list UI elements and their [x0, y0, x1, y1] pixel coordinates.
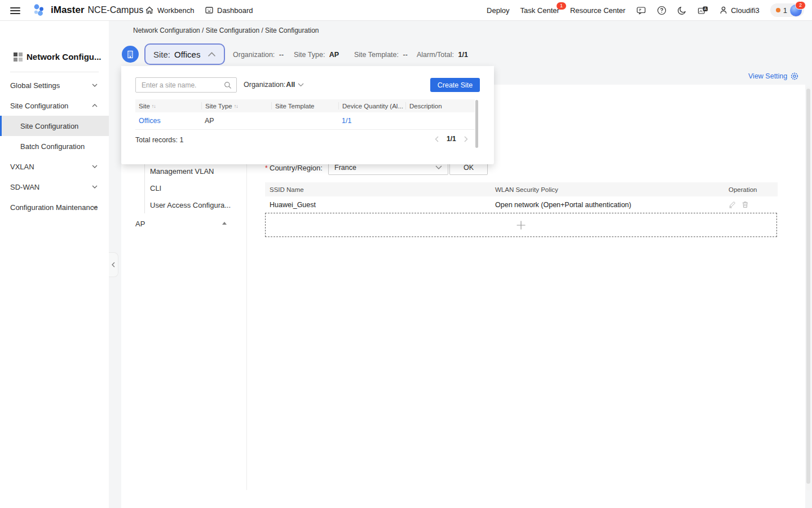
- sidebar-collapse-handle[interactable]: [109, 252, 118, 277]
- site-selector-button[interactable]: Site: Offices: [144, 43, 225, 65]
- nav-workbench-label: Workbench: [157, 6, 195, 15]
- organization-filter-value: All: [286, 81, 295, 89]
- col-site-template-label: Site Template: [275, 103, 314, 110]
- sidebar-item-configuration-maintenance[interactable]: Configuration Maintenance: [0, 197, 109, 217]
- brand: iMaster NCE-Campus: [51, 0, 143, 20]
- chevron-down-icon: [92, 185, 98, 189]
- site-search-input[interactable]: [140, 81, 224, 90]
- user-icon: [719, 6, 728, 15]
- top-bar: iMaster NCE-Campus Workbench Dashboard: [0, 0, 812, 21]
- sidebar-item-label: Global Settings: [10, 81, 60, 90]
- nav-workbench[interactable]: Workbench: [145, 0, 195, 20]
- page-next-icon[interactable]: [464, 136, 468, 142]
- task-center-badge: 1: [557, 2, 566, 10]
- site-name: Offices: [174, 50, 200, 59]
- view-setting-label: View Setting: [748, 72, 787, 80]
- nav-dashboard[interactable]: Dashboard: [205, 0, 253, 20]
- breadcrumb: Network Configuration / Site Configurati…: [133, 27, 319, 34]
- site-table-row: Offices AP 1/1: [135, 112, 475, 130]
- col-description-label: Description: [409, 103, 442, 110]
- task-center-link[interactable]: Task Center 1: [520, 6, 559, 15]
- organization-filter-label: Organization:: [244, 81, 285, 89]
- col-device-quantity-label: Device Quantity (Al...: [342, 103, 403, 110]
- console-icon[interactable]: [636, 6, 646, 15]
- sidebar-item-label: Configuration Maintenance: [10, 203, 98, 212]
- main-scrollbar[interactable]: [806, 86, 810, 491]
- sidebar-item-label: Batch Configuration: [20, 142, 85, 151]
- subnav-item-management-vlan[interactable]: Management VLAN: [150, 167, 214, 176]
- avatar: 2: [790, 5, 802, 16]
- sidebar-item-sd-wan[interactable]: SD-WAN: [0, 177, 109, 197]
- info-value: 1/1: [458, 51, 467, 59]
- edit-icon[interactable]: [729, 201, 736, 208]
- chevron-down-icon: [92, 205, 98, 209]
- info-label: Alarm/Total:: [417, 51, 454, 59]
- dark-mode-moon-icon[interactable]: [677, 6, 687, 15]
- country-value: France: [334, 164, 356, 172]
- info-label: Organization:: [233, 51, 275, 59]
- chevron-up-icon: [208, 52, 216, 57]
- deploy-link[interactable]: Deploy: [487, 6, 509, 15]
- delete-icon[interactable]: [742, 201, 749, 208]
- language-icon[interactable]: A: [698, 6, 708, 15]
- sidebar-item-global-settings[interactable]: Global Settings: [0, 75, 109, 95]
- info-label: Site Type:: [294, 51, 325, 59]
- ssid-table-row: Huawei_Guest Open network (Open+Portal a…: [265, 196, 778, 213]
- info-value: --: [279, 51, 284, 59]
- task-center-label: Task Center: [520, 6, 559, 15]
- subnav-item-user-access-configuration[interactable]: User Access Configura...: [150, 201, 231, 209]
- sort-icon[interactable]: ↑↓: [152, 103, 156, 109]
- sidebar-item-site-configuration[interactable]: Site Configuration: [0, 116, 109, 136]
- username: Cloudifi3: [731, 6, 760, 15]
- hamburger-menu-icon[interactable]: [10, 6, 20, 16]
- site-link[interactable]: Offices: [135, 117, 201, 125]
- organization-filter[interactable]: Organization: All: [244, 81, 304, 89]
- avatar-badge: 2: [795, 1, 806, 10]
- alarm-dot-icon: [776, 8, 780, 12]
- dashboard-icon: [205, 6, 214, 15]
- create-site-button[interactable]: Create Site: [430, 78, 480, 92]
- site-building-icon-button[interactable]: [122, 46, 139, 63]
- sidebar-item-site-configuration-group[interactable]: Site Configuration: [0, 95, 109, 116]
- status-pill[interactable]: 1 2: [770, 3, 804, 17]
- site-type-cell: AP: [201, 117, 271, 125]
- user-menu[interactable]: Cloudifi3: [719, 6, 760, 15]
- sidebar-item-label: Site Configuration: [20, 122, 78, 130]
- site-search-box[interactable]: [135, 77, 237, 93]
- home-icon: [145, 6, 154, 15]
- ssid-col-name: SSID Name: [265, 186, 495, 193]
- col-site-type-label: Site Type: [205, 103, 232, 110]
- chevron-down-icon: [92, 165, 98, 168]
- search-icon: [224, 81, 232, 89]
- app-root: iMaster NCE-Campus Workbench Dashboard: [0, 0, 812, 508]
- help-icon[interactable]: [657, 6, 667, 15]
- sidebar-item-batch-configuration[interactable]: Batch Configuration: [0, 136, 109, 156]
- chevron-up-icon: [92, 104, 98, 107]
- collapse-triangle-icon[interactable]: [222, 222, 227, 225]
- dropdown-scrollbar[interactable]: [475, 100, 478, 148]
- required-asterisk: *: [265, 164, 268, 172]
- nav-dashboard-label: Dashboard: [217, 6, 253, 15]
- add-ssid-button[interactable]: [265, 213, 777, 237]
- view-setting-link[interactable]: View Setting: [748, 72, 798, 80]
- page-indicator: 1/1: [447, 135, 456, 143]
- col-site[interactable]: Site ↑↓: [135, 102, 201, 110]
- page-prev-icon[interactable]: [435, 136, 439, 142]
- subnav-item-cli[interactable]: CLI: [150, 184, 161, 192]
- sidebar-item-label: SD-WAN: [10, 183, 39, 191]
- country-region-label: Country/Region:: [270, 164, 323, 172]
- gear-icon: [791, 72, 798, 80]
- ssid-col-policy: WLAN Security Policy: [495, 186, 729, 193]
- subnav-section-ap[interactable]: AP: [135, 220, 145, 228]
- resource-center-link[interactable]: Resource Center: [570, 6, 625, 15]
- sidebar-title: Network Configu...: [14, 52, 102, 62]
- sidebar-item-vxlan[interactable]: VXLAN: [0, 156, 109, 177]
- sort-icon[interactable]: ↑↓: [234, 103, 238, 109]
- total-records: Total records: 1: [135, 136, 183, 144]
- col-site-label: Site: [139, 103, 150, 110]
- info-organization: Organization: --: [233, 51, 284, 59]
- device-quantity-link[interactable]: 1/1: [338, 117, 405, 125]
- subnav-tree-line: [144, 164, 145, 213]
- col-site-type[interactable]: Site Type ↑↓: [201, 102, 271, 110]
- col-device-quantity: Device Quantity (Al...: [338, 102, 405, 110]
